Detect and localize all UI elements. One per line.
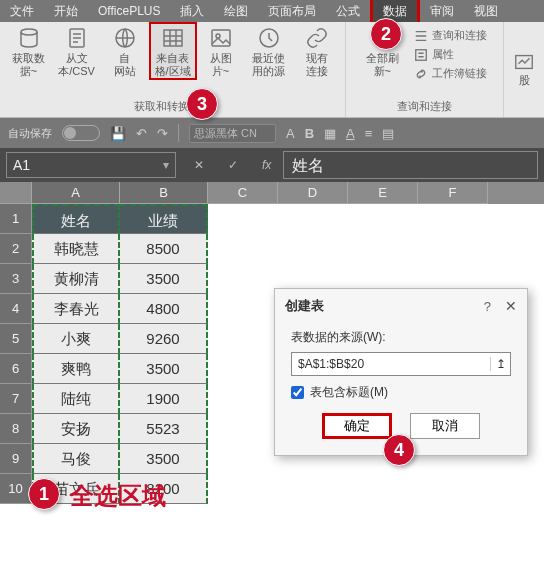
from-web-button[interactable]: 自 网站 [101, 22, 149, 78]
data-cell[interactable]: 爽鸭 [32, 354, 120, 384]
svg-point-0 [21, 29, 37, 35]
data-cell[interactable]: 马俊 [32, 444, 120, 474]
cancel-formula-icon[interactable]: ✕ [182, 158, 216, 172]
range-picker-icon[interactable]: ↥ [490, 357, 510, 371]
get-data-button[interactable]: 获取数 据~ [5, 22, 53, 78]
bold-icon[interactable]: B [305, 126, 314, 141]
menu-review[interactable]: 审阅 [420, 0, 464, 22]
save-icon[interactable]: 💾 [110, 126, 126, 141]
menu-draw[interactable]: 绘图 [214, 0, 258, 22]
row-header[interactable]: 1 [0, 204, 32, 234]
close-icon[interactable]: ✕ [505, 298, 517, 314]
data-cell[interactable]: 小爽 [32, 324, 120, 354]
data-cell[interactable]: 韩晓慧 [32, 234, 120, 264]
redo-icon[interactable]: ↷ [157, 126, 168, 141]
data-cell[interactable]: 9260 [120, 324, 208, 354]
link-icon [305, 26, 329, 50]
create-table-dialog: 创建表 ? ✕ 表数据的来源(W): $A$1:$B$20 ↥ 表包含标题(M)… [274, 288, 528, 456]
svg-rect-4 [212, 30, 230, 46]
help-icon[interactable]: ? [484, 299, 491, 314]
row-header[interactable]: 7 [0, 384, 32, 414]
data-cell[interactable]: 黄柳清 [32, 264, 120, 294]
menu-bar: 文件 开始 OfficePLUS 插入 绘图 页面布局 公式 数据 审阅 视图 [0, 0, 544, 22]
row-header[interactable]: 5 [0, 324, 32, 354]
col-header[interactable]: A [32, 182, 120, 204]
from-text-csv-button[interactable]: 从文 本/CSV [53, 22, 101, 78]
annotation-marker-2: 2 [370, 18, 402, 50]
select-all-corner[interactable] [0, 182, 32, 204]
data-cell[interactable]: 1900 [120, 384, 208, 414]
image-icon [209, 26, 233, 50]
cancel-button[interactable]: 取消 [410, 413, 480, 439]
existing-connections-button[interactable]: 现有 连接 [293, 22, 341, 78]
border-icon[interactable]: ▦ [324, 126, 336, 141]
font-size-down-icon[interactable]: A [286, 126, 295, 141]
table-icon [161, 26, 185, 50]
data-cell[interactable]: 3500 [120, 264, 208, 294]
col-header[interactable]: C [208, 182, 278, 204]
clock-icon [257, 26, 281, 50]
row-header[interactable]: 6 [0, 354, 32, 384]
formula-input[interactable]: 姓名 [283, 151, 538, 179]
data-cell[interactable]: 李春光 [32, 294, 120, 324]
dialog-title: 创建表 [285, 297, 484, 315]
menu-officeplus[interactable]: OfficePLUS [88, 0, 170, 22]
menu-home[interactable]: 开始 [44, 0, 88, 22]
data-cell[interactable]: 陆纯 [32, 384, 120, 414]
align-icon[interactable]: ≡ [365, 126, 373, 141]
font-color-icon[interactable]: A [346, 126, 355, 141]
annotation-text: 全选区域 [70, 480, 166, 512]
menu-formulas[interactable]: 公式 [326, 0, 370, 22]
ok-button[interactable]: 确定 [322, 413, 392, 439]
database-icon [17, 26, 41, 50]
row-header[interactable]: 9 [0, 444, 32, 474]
chevron-down-icon[interactable]: ▾ [157, 158, 175, 172]
col-header[interactable]: E [348, 182, 418, 204]
file-text-icon [65, 26, 89, 50]
from-image-button[interactable]: 从图 片~ [197, 22, 245, 78]
accept-formula-icon[interactable]: ✓ [216, 158, 250, 172]
annotation-marker-1: 1 [28, 478, 60, 510]
row-header[interactable]: 8 [0, 414, 32, 444]
row-header[interactable]: 4 [0, 294, 32, 324]
list-icon [414, 29, 428, 43]
has-headers-checkbox[interactable]: 表包含标题(M) [291, 384, 511, 401]
menu-pagelayout[interactable]: 页面布局 [258, 0, 326, 22]
table-header-cell[interactable]: 姓名 [32, 204, 120, 234]
undo-icon[interactable]: ↶ [136, 126, 147, 141]
data-cell[interactable]: 5523 [120, 414, 208, 444]
data-cell[interactable]: 3500 [120, 444, 208, 474]
ribbon-group-get-transform: 获取数 据~ 从文 本/CSV 自 网站 来自表 格/区域 从图 片~ 最近使 … [0, 22, 346, 117]
font-selector[interactable]: 思源黑体 CN [189, 124, 276, 143]
from-table-range-button[interactable]: 来自表 格/区域 [149, 22, 197, 80]
stock-button[interactable]: 股 [504, 22, 544, 117]
data-cell[interactable]: 4800 [120, 294, 208, 324]
group-label: 查询和连接 [397, 96, 452, 117]
annotation-marker-3: 3 [186, 88, 218, 120]
table-header-cell[interactable]: 业绩 [120, 204, 208, 234]
data-cell[interactable]: 8500 [120, 234, 208, 264]
fx-icon[interactable]: fx [250, 158, 283, 172]
merge-icon[interactable]: ▤ [382, 126, 394, 141]
col-header[interactable]: F [418, 182, 488, 204]
svg-rect-7 [416, 49, 427, 60]
workbook-links-row[interactable]: 工作簿链接 [414, 66, 487, 81]
menu-insert[interactable]: 插入 [170, 0, 214, 22]
recent-sources-button[interactable]: 最近使 用的源 [245, 22, 293, 78]
properties-icon [414, 48, 428, 62]
name-box[interactable]: A1 ▾ [6, 152, 176, 178]
row-header[interactable]: 10 [0, 474, 32, 504]
range-input[interactable]: $A$1:$B$20 ↥ [291, 352, 511, 376]
menu-file[interactable]: 文件 [0, 0, 44, 22]
properties-row[interactable]: 属性 [414, 47, 487, 62]
data-cell[interactable]: 安扬 [32, 414, 120, 444]
menu-view[interactable]: 视图 [464, 0, 508, 22]
row-header[interactable]: 3 [0, 264, 32, 294]
autosave-toggle[interactable] [62, 125, 100, 141]
data-cell[interactable]: 3500 [120, 354, 208, 384]
row-header[interactable]: 2 [0, 234, 32, 264]
queries-connections-row[interactable]: 查询和连接 [414, 28, 487, 43]
stock-icon [513, 51, 535, 73]
col-header[interactable]: B [120, 182, 208, 204]
col-header[interactable]: D [278, 182, 348, 204]
